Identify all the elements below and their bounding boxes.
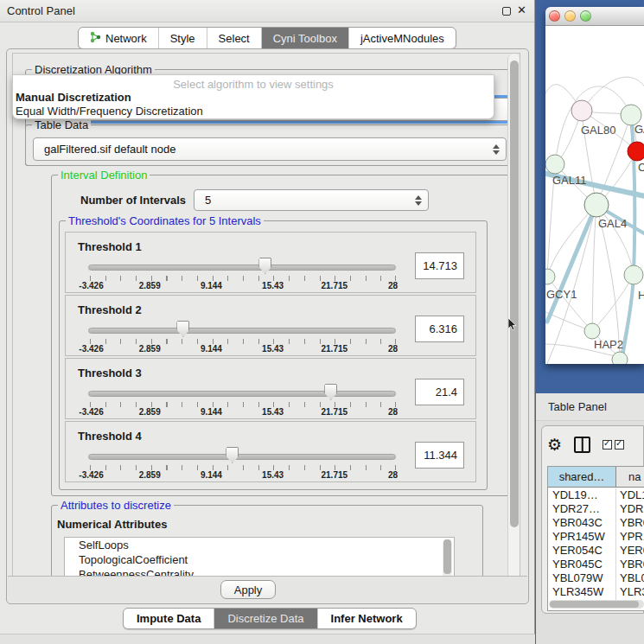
thresholds-group: Threshold's Coordinates for 5 Intervals … — [59, 220, 488, 490]
table-body: YDL19…YDL1 YDR27…YDR2 YBR043CYBR0 YPR145… — [548, 488, 644, 602]
list-item[interactable]: TopologicalCoefficient — [65, 552, 454, 567]
network-canvas[interactable]: GAL80 GA C GAL11 GAL4 GCY1 H HAP2 — [545, 26, 644, 364]
node-table: shared… na YDL19…YDL1 YDR27…YDR2 YBR043C… — [547, 466, 644, 611]
slider-thumb[interactable] — [258, 258, 271, 274]
table-row[interactable]: YPR145WYPR1 — [548, 530, 644, 544]
node-hap2[interactable] — [584, 323, 600, 339]
slider-track[interactable] — [88, 265, 396, 271]
apply-button[interactable]: Apply — [220, 580, 276, 599]
slider-thumb[interactable] — [324, 384, 337, 400]
threshold-3-panel: Threshold 3 -3.426 2.859 9.144 15.43 — [65, 358, 476, 419]
slider-thumb[interactable] — [226, 447, 239, 463]
columns-icon[interactable] — [574, 437, 590, 453]
minimize-traffic-light-icon[interactable] — [564, 10, 576, 22]
slider-track[interactable] — [88, 328, 396, 334]
network-view-window: GAL80 GA C GAL11 GAL4 GCY1 H HAP2 — [545, 7, 644, 364]
slider-tick-labels: -3.426 2.859 9.144 15.43 21.715 28 — [88, 344, 396, 355]
table-row[interactable]: YBR045CYBR0 — [548, 558, 644, 571]
gear-icon[interactable]: ⚙ — [547, 437, 562, 453]
table-horizontal-scrollbar-thumb[interactable] — [550, 601, 639, 608]
tab-infer-network[interactable]: Infer Network — [318, 609, 416, 628]
number-of-intervals-value: 5 — [194, 194, 428, 207]
slider-thumb[interactable] — [176, 321, 189, 337]
table-data-group: Table Data galFiltered.sif default node — [25, 124, 513, 166]
node-partial-bottom[interactable] — [612, 352, 628, 364]
table-row[interactable]: YLR345WYLR3 — [548, 585, 644, 599]
tab-network[interactable]: Network — [79, 28, 159, 48]
threshold-2-panel: Threshold 2 -3.426 2.859 9.144 15.43 — [65, 295, 476, 356]
node-gal11[interactable] — [545, 155, 564, 174]
slider-track[interactable] — [88, 454, 396, 460]
table-panel-title: Table Panel — [548, 400, 607, 413]
tab-impute-data[interactable]: Impute Data — [124, 609, 214, 628]
close-traffic-light-icon[interactable] — [549, 10, 560, 22]
attributes-group-title: Attributes to discretize — [58, 499, 174, 512]
threshold-4-panel: Threshold 4 -3.426 2.859 9.144 15.43 — [65, 421, 476, 482]
popup-item-manual-discretization[interactable]: Manual Discretization — [16, 91, 131, 104]
table-row[interactable]: YDL19…YDL1 — [548, 488, 644, 502]
float-window-icon[interactable] — [502, 7, 511, 16]
close-icon[interactable]: ✕ — [517, 3, 526, 16]
node-label-hap2: HAP2 — [594, 338, 623, 351]
list-scrollbar[interactable] — [443, 539, 452, 579]
threshold-4-value-field[interactable]: 11.344 — [415, 442, 464, 469]
column-header-shared[interactable]: shared… — [548, 467, 616, 487]
tab-style[interactable]: Style — [159, 28, 207, 48]
threshold-2-value-field[interactable]: 6.316 — [415, 316, 464, 342]
tab-infer-network-label: Infer Network — [331, 612, 403, 625]
attributes-group: Attributes to discretize Numerical Attri… — [51, 505, 483, 580]
tab-jactivemnodules[interactable]: jActiveMNodules — [349, 28, 456, 48]
app-root: Control Panel ✕ Network — [0, 0, 644, 644]
panel-scrollbar[interactable] — [507, 54, 520, 579]
table-data-combobox[interactable]: galFiltered.sif default node — [33, 137, 507, 161]
checkbox-icons[interactable] — [603, 440, 624, 450]
threshold-3-value-field[interactable]: 21.4 — [415, 379, 464, 405]
node-partial-right[interactable] — [624, 265, 643, 284]
algorithm-dropdown-popup: Select algorithm to view settings Manual… — [12, 74, 494, 119]
table-data-combobox-value: galFiltered.sif default node — [34, 143, 506, 156]
threshold-1-slider: -3.426 2.859 9.144 15.43 21.715 28 — [88, 233, 396, 294]
network-graph: GAL80 GA C GAL11 GAL4 GCY1 H HAP2 — [545, 26, 644, 364]
checkbox-icon[interactable] — [603, 440, 612, 450]
slider-track[interactable] — [88, 391, 396, 397]
threshold-2-slider: -3.426 2.859 9.144 15.43 21.715 28 — [88, 296, 396, 357]
popup-item-equal-width-frequency[interactable]: Equal Width/Frequency Discretization — [16, 105, 203, 118]
top-tab-bar: Network Style Select Cyni Toolbox jActiv… — [78, 27, 456, 49]
list-item[interactable]: SelfLoops — [65, 538, 454, 552]
network-view-titlebar[interactable] — [545, 7, 644, 26]
table-panel-area: ⚙ shared… na YDL19…YDL1 YDR27…YDR2 YBR04… — [536, 421, 644, 644]
table-row[interactable]: YBL079WYBL0 — [548, 571, 644, 585]
node-gal80[interactable] — [571, 100, 592, 121]
tab-select[interactable]: Select — [207, 28, 262, 48]
checkbox-icon[interactable] — [615, 440, 624, 450]
network-icon — [90, 31, 101, 46]
node-label-partial-ga: GA — [634, 123, 644, 136]
threshold-1-panel: Threshold 1 -3.426 2.859 9.144 15.43 — [65, 232, 476, 293]
zoom-traffic-light-icon[interactable] — [580, 10, 591, 22]
apply-bar: Apply — [8, 576, 527, 603]
table-row[interactable]: YBR043CYBR0 — [548, 516, 644, 530]
combo-arrows-icon — [493, 144, 500, 155]
mouse-cursor — [508, 318, 518, 334]
table-row[interactable]: YER054CYER0 — [548, 544, 644, 558]
node-label-partial-h: H — [638, 289, 644, 302]
node-gcy1[interactable] — [545, 269, 555, 284]
table-header-row: shared… na — [548, 467, 644, 488]
tab-cyni-toolbox[interactable]: Cyni Toolbox — [262, 28, 349, 48]
cyni-toolbox-panel: Discretization Algorithm Table Data galF… — [6, 48, 529, 604]
number-of-intervals-combobox[interactable]: 5 — [194, 189, 429, 211]
numerical-attributes-list: SelfLoops TopologicalCoefficient Between… — [64, 537, 455, 580]
tab-discretize-data[interactable]: Discretize Data — [214, 609, 317, 628]
node-gal4[interactable] — [584, 193, 609, 217]
column-header-name[interactable]: na — [616, 467, 644, 487]
threshold-1-value-field[interactable]: 14.713 — [415, 252, 464, 279]
node-label-gal4: GAL4 — [598, 217, 627, 230]
table-horizontal-scrollbar[interactable] — [549, 600, 644, 609]
number-of-intervals-label: Number of Intervals — [80, 194, 186, 207]
popup-prompt: Select algorithm to view settings — [13, 78, 494, 91]
table-row[interactable]: YDR27…YDR2 — [548, 502, 644, 516]
panel-scrollbar-thumb[interactable] — [510, 61, 519, 527]
node-red[interactable] — [628, 142, 644, 161]
table-panel-box: ⚙ shared… na YDL19…YDL1 YDR27…YDR2 YBR04… — [541, 425, 644, 614]
control-panel-titlebar: Control Panel ✕ — [0, 0, 534, 22]
